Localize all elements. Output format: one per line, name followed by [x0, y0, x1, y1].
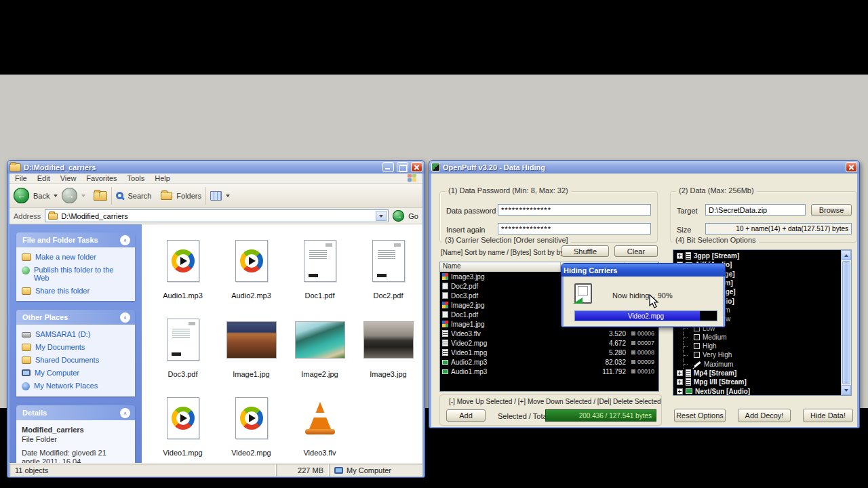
- maximize-button[interactable]: [397, 162, 408, 172]
- folders-icon[interactable]: [161, 192, 172, 200]
- panel-title: Details: [22, 409, 47, 417]
- reset-options-button[interactable]: Reset Options: [674, 409, 726, 422]
- expand-icon[interactable]: [677, 370, 683, 376]
- sidebar-item-shared-documents[interactable]: Shared Documents: [22, 356, 131, 364]
- photo-thumbnail: [363, 311, 414, 368]
- menu-file[interactable]: File: [15, 174, 27, 182]
- shuffle-button[interactable]: Shuffle: [561, 245, 609, 257]
- address-input[interactable]: D:\Modified_carriers: [45, 209, 389, 222]
- back-button[interactable]: Back: [33, 192, 50, 200]
- expand-icon[interactable]: [677, 379, 683, 385]
- close-button[interactable]: [411, 162, 422, 172]
- carrier-row[interactable]: Video3.flv 3.520 00006: [440, 329, 658, 338]
- address-dropdown[interactable]: [376, 211, 387, 221]
- file-item[interactable]: Audio1.mp3: [149, 232, 217, 311]
- carrier-row[interactable]: Video1.mpg 5.280 00008: [440, 348, 658, 357]
- password-input[interactable]: **************: [498, 204, 651, 216]
- back-dropdown-icon[interactable]: [54, 195, 58, 197]
- sidebar-item-my-documents[interactable]: My Documents: [22, 343, 131, 351]
- file-item[interactable]: Image2.jpg: [285, 311, 354, 390]
- up-folder-icon[interactable]: [94, 191, 107, 201]
- file-item[interactable]: Video2.mpg: [217, 390, 285, 463]
- browse-button[interactable]: Browse: [811, 204, 852, 216]
- folders-button[interactable]: Folders: [176, 192, 201, 200]
- forward-dropdown-icon[interactable]: [81, 195, 85, 197]
- file-item[interactable]: Doc3.pdf: [149, 311, 217, 390]
- expand-icon[interactable]: [677, 253, 683, 259]
- tree-scrollbar[interactable]: [841, 250, 851, 395]
- menu-edit[interactable]: Edit: [37, 174, 50, 182]
- panel-header[interactable]: Details: [16, 405, 135, 420]
- views-icon[interactable]: [210, 191, 222, 201]
- menu-view[interactable]: View: [60, 174, 77, 182]
- sidebar-item-new-folder[interactable]: Make a new folder: [22, 253, 131, 261]
- file-item[interactable]: Doc2.pdf: [354, 232, 422, 311]
- file-label: Audio1.mp3: [163, 291, 203, 300]
- hiding-status-text: Now hiding... 90%: [612, 291, 673, 300]
- sidebar-item-publish-web[interactable]: Publish this folder to the Web: [22, 266, 131, 282]
- scrollbar-thumb[interactable]: [842, 261, 850, 384]
- sidebar-item-my-network[interactable]: My Network Places: [22, 382, 131, 390]
- file-item[interactable]: Video3.flv: [285, 390, 354, 463]
- tree-option[interactable]: Very High: [673, 350, 841, 359]
- dialog-titlebar[interactable]: Hiding Carriers: [561, 264, 725, 277]
- search-icon[interactable]: [116, 192, 123, 199]
- sidebar-item-my-computer[interactable]: My Computer: [22, 369, 131, 377]
- carrier-row[interactable]: Audio2.mp3 82.032 00009: [440, 357, 658, 367]
- sidebar-item-share-folder[interactable]: Share this folder: [22, 287, 131, 295]
- menu-tools[interactable]: Tools: [127, 174, 145, 182]
- menu-favorites[interactable]: Favorites: [86, 174, 117, 182]
- tree-item-format[interactable]: Next/Sun [Audio]: [673, 386, 841, 395]
- add-button[interactable]: Add: [446, 409, 486, 422]
- panel-header[interactable]: File and Folder Tasks: [16, 232, 135, 247]
- chevron-up-icon[interactable]: [120, 408, 130, 418]
- go-icon[interactable]: [393, 210, 404, 222]
- chevron-up-icon[interactable]: [120, 312, 130, 323]
- shared-folder-icon: [22, 287, 31, 295]
- tree-option[interactable]: Medium: [673, 333, 841, 342]
- network-icon: [22, 382, 30, 390]
- expand-icon[interactable]: [677, 388, 683, 394]
- target-input[interactable]: D:\SecretData.zip: [705, 204, 806, 216]
- forward-icon[interactable]: [62, 188, 77, 203]
- file-item[interactable]: Doc1.pdf: [285, 232, 354, 311]
- tree-option[interactable]: High: [673, 342, 841, 350]
- repeat-password-input[interactable]: **************: [498, 223, 651, 235]
- menu-help[interactable]: Help: [155, 174, 170, 182]
- checkbox-icon[interactable]: [694, 334, 700, 340]
- tree-item-format[interactable]: Mp4 [Stream]: [673, 369, 841, 378]
- scroll-up-icon[interactable]: [842, 250, 851, 260]
- tree-option-selected[interactable]: Maximum: [673, 360, 841, 369]
- column-name[interactable]: Name: [440, 262, 561, 272]
- panel-header[interactable]: Other Places: [16, 310, 135, 325]
- file-item[interactable]: Image3.jpg: [354, 311, 422, 390]
- explorer-titlebar[interactable]: D:\Modified_carriers: [7, 161, 425, 174]
- clear-button[interactable]: Clear: [614, 245, 658, 257]
- search-button[interactable]: Search: [127, 192, 151, 200]
- file-item[interactable]: Video1.mpg: [149, 390, 217, 463]
- media-thumbnail: [167, 390, 199, 447]
- file-item[interactable]: Audio2.mp3: [217, 232, 285, 311]
- add-decoy-button[interactable]: Add Decoy!: [738, 409, 791, 422]
- checkbox-icon[interactable]: [694, 343, 700, 349]
- back-icon[interactable]: [14, 188, 29, 203]
- go-button[interactable]: Go: [408, 212, 418, 220]
- carrier-name: Doc3.pdf: [451, 292, 561, 300]
- carrier-row[interactable]: Video2.mpg 4.672 00007: [440, 338, 658, 348]
- minimize-button[interactable]: [382, 162, 394, 172]
- carrier-row[interactable]: Audio1.mp3 111.792 00010: [440, 367, 658, 376]
- scroll-down-icon[interactable]: [842, 385, 851, 395]
- tree-item-format[interactable]: 3gpp [Stream]: [673, 251, 841, 260]
- checkbox-icon[interactable]: [694, 352, 700, 358]
- status-size: 227 MB: [276, 464, 329, 476]
- openpuff-titlebar[interactable]: OpenPuff v3.20 - Data Hiding: [429, 161, 859, 174]
- sidebar-item-drive-d[interactable]: SAMSARA1 (D:): [22, 330, 131, 338]
- chevron-up-icon[interactable]: [120, 235, 130, 245]
- repeat-password-label: Insert again: [446, 226, 485, 234]
- close-button[interactable]: [846, 162, 857, 172]
- tree-item-format[interactable]: Mpg I/II [Stream]: [673, 378, 841, 386]
- file-item[interactable]: Image1.jpg: [217, 311, 285, 390]
- disk-drive-icon: [22, 332, 31, 338]
- hide-data-button[interactable]: Hide Data!: [803, 409, 853, 422]
- views-dropdown-icon[interactable]: [226, 195, 230, 197]
